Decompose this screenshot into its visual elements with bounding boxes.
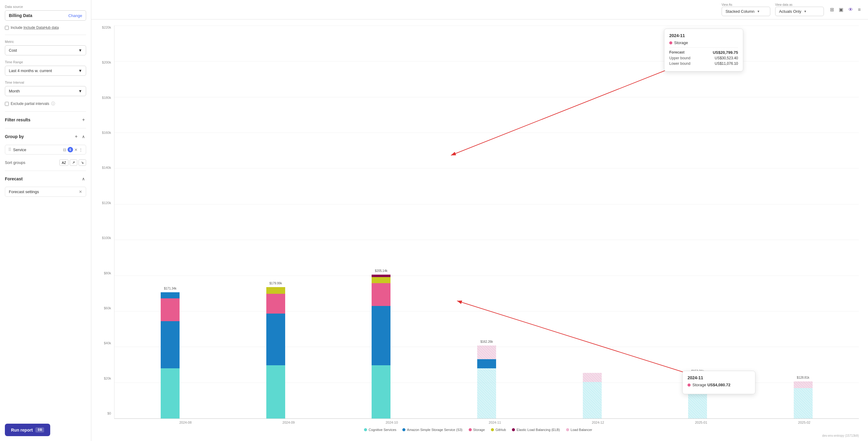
time-range-value: Last 4 months w. current [9,68,52,73]
y-label: $0 [107,411,111,415]
bar-segment [266,365,285,418]
metric-section: Metric Cost ▼ [5,40,86,55]
metric-select[interactable]: Cost ▼ [5,45,86,55]
y-label: $180k [102,96,111,99]
toolbar-icons: ⊞ ▣ 👁 ≡ [829,5,862,14]
bar-stack[interactable] [688,375,707,418]
y-label: $20k [104,376,111,380]
bar-stack[interactable] [583,373,602,418]
collapse-forecast-button[interactable]: ∧ [81,176,86,182]
forecast-settings-close[interactable]: ✕ [79,190,82,194]
sidebar-bottom: Run report ⇧R [5,424,86,436]
x-axis: 2024-082024-092024-102024-112024-122025-… [114,419,859,424]
legend-item: GitHub [491,428,506,432]
more-icon[interactable]: ⋮ [79,147,83,152]
divider-4 [5,171,86,171]
bar-group[interactable]: $128.81k [794,381,813,418]
bar-segment [161,292,180,298]
bar-stack[interactable] [161,292,180,418]
run-report-label: Run report [11,428,33,433]
bars-area: $171.34k$179.99k$205.14k$162.26k$153.21k… [114,26,859,419]
service-badge: 6 [68,147,73,152]
legend-dot [364,428,367,431]
layout-icon-btn[interactable]: ▣ [838,5,844,14]
x-label: 2025-01 [692,420,711,424]
metric-label: Metric [5,40,86,43]
y-label: $60k [104,306,111,310]
divider-3 [5,128,86,128]
include-datahub-checkbox[interactable] [5,26,9,30]
bar-stack[interactable] [266,287,285,418]
chart-container: $220k$200k$180k$160k$140k$120k$100k$80k$… [97,26,859,424]
top-toolbar: View As Stacked Column ▼ View data as Ac… [91,0,868,20]
exclude-partial-checkbox[interactable] [5,102,9,106]
x-label: 2024-10 [382,420,401,424]
sort-desc-button[interactable]: ↘ [79,159,86,166]
bar-group[interactable] [583,373,602,418]
menu-icon-btn[interactable]: ≡ [857,6,862,14]
bar-segment [161,321,180,368]
bar-stack[interactable] [794,381,813,418]
filter-icon[interactable]: ⊟ [63,147,66,152]
data-source-value: Billing Data [9,13,32,18]
view-data-dropdown[interactable]: Actuals Only ▼ [775,7,824,16]
add-filter-button[interactable]: + [81,116,86,123]
sort-asc-button[interactable]: ↗ [70,159,77,166]
bar-group[interactable]: $179.99k [266,287,285,418]
bar-segment [372,306,391,365]
add-group-button[interactable]: + [74,133,79,140]
time-range-section: Time Range Last 4 months w. current ▼ [5,60,86,76]
bar-segment [266,287,285,294]
bar-total-label: $162.26k [480,340,493,343]
x-label: 2025-02 [795,420,813,424]
main-content: View As Stacked Column ▼ View data as Ac… [91,0,868,441]
view-data-chevron: ▼ [804,10,807,13]
sort-groups-label: Sort groups [5,160,25,165]
time-interval-select[interactable]: Month ▼ [5,86,86,96]
legend-label: Storage [473,428,485,432]
view-as-dropdown[interactable]: Stacked Column ▼ [722,7,770,16]
chart-legend: Cognitive ServicesAmazon Simple Storage … [97,424,859,433]
bar-segment [477,368,496,418]
bar-stack[interactable] [372,275,391,418]
bar-total-label: $171.34k [164,287,177,290]
bar-segment [794,381,813,388]
legend-label: Elastic Load Balancing (ELB) [517,428,560,432]
time-range-select[interactable]: Last 4 months w. current ▼ [5,66,86,76]
x-label: 2024-12 [589,420,608,424]
eye-icon-btn[interactable]: 👁 [847,6,854,14]
bar-group[interactable]: $153.21k [688,375,707,418]
legend-dot [512,428,515,431]
sort-az-button[interactable]: AZ [59,159,68,166]
bar-segment [583,382,602,418]
expand-icon-btn[interactable]: ⊞ [829,5,835,14]
bar-total-label: $128.81k [797,376,809,379]
time-interval-section: Time Interval Month ▼ [5,80,86,96]
include-datahub-label: Include Include DataHub data [11,26,59,30]
y-label: $200k [102,61,111,64]
bar-segment [266,313,285,365]
run-report-button[interactable]: Run report ⇧R [5,424,50,436]
legend-item: Load Balancer [566,428,592,432]
time-range-chevron: ▼ [78,68,82,73]
bars-row: $171.34k$179.99k$205.14k$162.26k$153.21k… [115,26,859,418]
bar-group[interactable]: $205.14k [372,275,391,418]
data-source-section: Data source Billing Data Change [5,5,86,21]
time-interval-chevron: ▼ [78,89,82,93]
drag-icon: ⠿ [8,147,11,152]
close-icon[interactable]: ✕ [74,147,78,152]
view-data-control: View data as Actuals Only ▼ [775,3,824,16]
change-link[interactable]: Change [68,13,82,18]
bar-group[interactable]: $171.34k [161,292,180,418]
forecast-title: Forecast [5,176,23,181]
legend-item: Elastic Load Balancing (ELB) [512,428,560,432]
sort-groups-row: Sort groups AZ ↗ ↘ [5,159,86,166]
forecast-settings-label: Forecast settings [9,190,39,194]
bar-stack[interactable] [477,345,496,418]
bar-segment [688,383,707,418]
collapse-group-button[interactable]: ∧ [81,133,86,140]
x-label: 2024-08 [176,420,195,424]
bar-group[interactable]: $162.26k [477,345,496,418]
bar-segment [688,375,707,383]
group-by-header: Group by + ∧ [5,133,86,140]
